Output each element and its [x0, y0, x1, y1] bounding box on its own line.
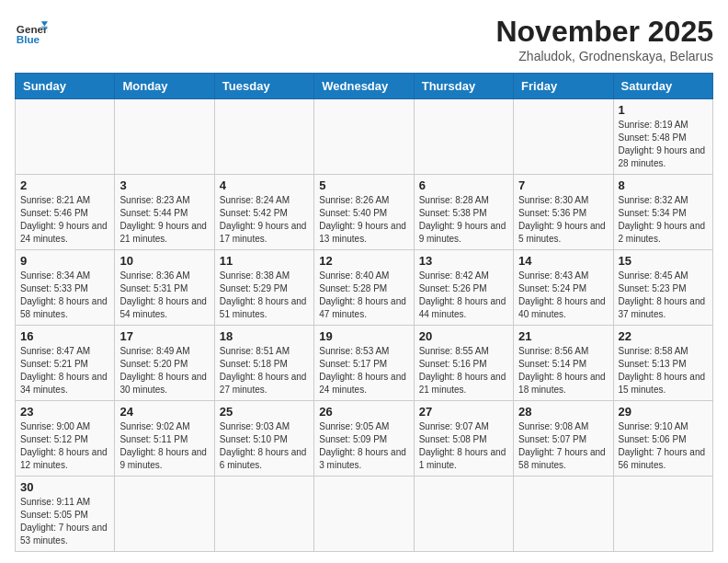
day-number: 19: [319, 329, 408, 343]
day-info: Sunrise: 8:23 AM Sunset: 5:44 PM Dayligh…: [119, 194, 209, 246]
day-number: 30: [20, 480, 109, 494]
day-info: Sunrise: 8:43 AM Sunset: 5:24 PM Dayligh…: [518, 270, 608, 321]
calendar-cell: [414, 477, 513, 552]
day-info: Sunrise: 8:45 AM Sunset: 5:23 PM Dayligh…: [619, 270, 708, 321]
day-info: Sunrise: 8:38 AM Sunset: 5:29 PM Dayligh…: [220, 270, 309, 321]
day-info: Sunrise: 8:28 AM Sunset: 5:38 PM Dayligh…: [419, 194, 508, 246]
calendar-cell: [514, 99, 613, 175]
calendar-cell: 20Sunrise: 8:55 AM Sunset: 5:16 PM Dayli…: [414, 326, 513, 401]
calendar-cell: [214, 99, 313, 175]
day-number: 23: [20, 405, 109, 419]
day-number: 12: [319, 254, 408, 268]
weekday-header-tuesday: Tuesday: [214, 74, 313, 99]
calendar-cell: 2Sunrise: 8:21 AM Sunset: 5:46 PM Daylig…: [16, 175, 115, 250]
week-row-5: 23Sunrise: 9:00 AM Sunset: 5:12 PM Dayli…: [16, 401, 713, 477]
weekday-header-row: SundayMondayTuesdayWednesdayThursdayFrid…: [16, 74, 713, 99]
day-number: 14: [518, 254, 608, 268]
day-number: 8: [619, 178, 708, 192]
calendar-cell: 10Sunrise: 8:36 AM Sunset: 5:31 PM Dayli…: [115, 250, 214, 326]
calendar-cell: 17Sunrise: 8:49 AM Sunset: 5:20 PM Dayli…: [115, 326, 214, 401]
day-number: 25: [220, 405, 309, 419]
calendar-cell: [414, 99, 513, 175]
calendar-cell: 22Sunrise: 8:58 AM Sunset: 5:13 PM Dayli…: [613, 326, 712, 401]
day-number: 1: [619, 103, 708, 117]
calendar-cell: [214, 477, 313, 552]
calendar-cell: [115, 99, 214, 175]
weekday-header-monday: Monday: [115, 74, 214, 99]
day-info: Sunrise: 8:55 AM Sunset: 5:16 PM Dayligh…: [419, 345, 508, 396]
calendar-cell: [115, 477, 214, 552]
calendar-cell: 7Sunrise: 8:30 AM Sunset: 5:36 PM Daylig…: [514, 175, 613, 250]
day-info: Sunrise: 9:03 AM Sunset: 5:10 PM Dayligh…: [220, 420, 309, 472]
day-number: 11: [220, 254, 309, 268]
day-number: 26: [319, 405, 408, 419]
day-number: 9: [20, 254, 109, 268]
day-number: 7: [518, 178, 608, 192]
calendar-cell: 24Sunrise: 9:02 AM Sunset: 5:11 PM Dayli…: [115, 401, 214, 477]
week-row-1: 1Sunrise: 8:19 AM Sunset: 5:48 PM Daylig…: [16, 99, 713, 175]
calendar-cell: 12Sunrise: 8:40 AM Sunset: 5:28 PM Dayli…: [314, 250, 414, 326]
week-row-3: 9Sunrise: 8:34 AM Sunset: 5:33 PM Daylig…: [16, 250, 713, 326]
day-info: Sunrise: 8:32 AM Sunset: 5:34 PM Dayligh…: [619, 194, 708, 246]
weekday-header-sunday: Sunday: [16, 74, 115, 99]
calendar-cell: 6Sunrise: 8:28 AM Sunset: 5:38 PM Daylig…: [414, 175, 513, 250]
day-info: Sunrise: 8:19 AM Sunset: 5:48 PM Dayligh…: [619, 119, 708, 170]
week-row-4: 16Sunrise: 8:47 AM Sunset: 5:21 PM Dayli…: [16, 326, 713, 401]
day-info: Sunrise: 9:02 AM Sunset: 5:11 PM Dayligh…: [119, 420, 209, 472]
day-number: 10: [119, 254, 209, 268]
day-info: Sunrise: 8:40 AM Sunset: 5:28 PM Dayligh…: [319, 270, 408, 321]
day-info: Sunrise: 8:53 AM Sunset: 5:17 PM Dayligh…: [319, 345, 408, 396]
day-info: Sunrise: 8:56 AM Sunset: 5:14 PM Dayligh…: [518, 345, 608, 396]
calendar-cell: 29Sunrise: 9:10 AM Sunset: 5:06 PM Dayli…: [613, 401, 712, 477]
day-info: Sunrise: 8:51 AM Sunset: 5:18 PM Dayligh…: [220, 345, 309, 396]
day-number: 5: [319, 178, 408, 192]
calendar-cell: 18Sunrise: 8:51 AM Sunset: 5:18 PM Dayli…: [214, 326, 313, 401]
calendar-cell: 30Sunrise: 9:11 AM Sunset: 5:05 PM Dayli…: [16, 477, 115, 552]
calendar-cell: [514, 477, 613, 552]
svg-text:Blue: Blue: [17, 33, 40, 45]
day-number: 27: [419, 405, 508, 419]
page-header: General Blue November 2025 Zhaludok, Gro…: [15, 15, 713, 63]
day-number: 16: [20, 329, 109, 343]
day-number: 29: [619, 405, 708, 419]
day-info: Sunrise: 8:21 AM Sunset: 5:46 PM Dayligh…: [20, 194, 109, 246]
day-info: Sunrise: 8:42 AM Sunset: 5:26 PM Dayligh…: [419, 270, 508, 321]
day-number: 20: [419, 329, 508, 343]
day-info: Sunrise: 8:26 AM Sunset: 5:40 PM Dayligh…: [319, 194, 408, 246]
day-info: Sunrise: 8:58 AM Sunset: 5:13 PM Dayligh…: [619, 345, 708, 396]
day-number: 17: [119, 329, 209, 343]
day-number: 22: [619, 329, 708, 343]
calendar-cell: 4Sunrise: 8:24 AM Sunset: 5:42 PM Daylig…: [214, 175, 313, 250]
day-info: Sunrise: 8:47 AM Sunset: 5:21 PM Dayligh…: [20, 345, 109, 396]
day-number: 13: [419, 254, 508, 268]
calendar-cell: 14Sunrise: 8:43 AM Sunset: 5:24 PM Dayli…: [514, 250, 613, 326]
calendar-cell: 19Sunrise: 8:53 AM Sunset: 5:17 PM Dayli…: [314, 326, 414, 401]
weekday-header-wednesday: Wednesday: [314, 74, 414, 99]
location-subtitle: Zhaludok, Grodnenskaya, Belarus: [495, 49, 713, 63]
calendar-cell: 28Sunrise: 9:08 AM Sunset: 5:07 PM Dayli…: [514, 401, 613, 477]
calendar-cell: 5Sunrise: 8:26 AM Sunset: 5:40 PM Daylig…: [314, 175, 414, 250]
calendar-cell: 27Sunrise: 9:07 AM Sunset: 5:08 PM Dayli…: [414, 401, 513, 477]
day-info: Sunrise: 9:00 AM Sunset: 5:12 PM Dayligh…: [20, 420, 109, 472]
calendar-cell: [314, 99, 414, 175]
calendar-table: SundayMondayTuesdayWednesdayThursdayFrid…: [15, 73, 713, 552]
calendar-cell: 25Sunrise: 9:03 AM Sunset: 5:10 PM Dayli…: [214, 401, 313, 477]
week-row-6: 30Sunrise: 9:11 AM Sunset: 5:05 PM Dayli…: [16, 477, 713, 552]
calendar-cell: 8Sunrise: 8:32 AM Sunset: 5:34 PM Daylig…: [613, 175, 712, 250]
calendar-cell: 1Sunrise: 8:19 AM Sunset: 5:48 PM Daylig…: [613, 99, 712, 175]
day-number: 2: [20, 178, 109, 192]
calendar-cell: 13Sunrise: 8:42 AM Sunset: 5:26 PM Dayli…: [414, 250, 513, 326]
calendar-cell: 3Sunrise: 8:23 AM Sunset: 5:44 PM Daylig…: [115, 175, 214, 250]
calendar-cell: [16, 99, 115, 175]
day-info: Sunrise: 9:11 AM Sunset: 5:05 PM Dayligh…: [20, 496, 109, 547]
day-info: Sunrise: 9:08 AM Sunset: 5:07 PM Dayligh…: [518, 420, 608, 472]
calendar-cell: 11Sunrise: 8:38 AM Sunset: 5:29 PM Dayli…: [214, 250, 313, 326]
day-info: Sunrise: 9:05 AM Sunset: 5:09 PM Dayligh…: [319, 420, 408, 472]
day-number: 24: [119, 405, 209, 419]
logo: General Blue: [15, 15, 48, 48]
day-number: 3: [119, 178, 209, 192]
day-info: Sunrise: 8:36 AM Sunset: 5:31 PM Dayligh…: [119, 270, 209, 321]
weekday-header-saturday: Saturday: [613, 74, 712, 99]
day-number: 21: [518, 329, 608, 343]
calendar-cell: 23Sunrise: 9:00 AM Sunset: 5:12 PM Dayli…: [16, 401, 115, 477]
